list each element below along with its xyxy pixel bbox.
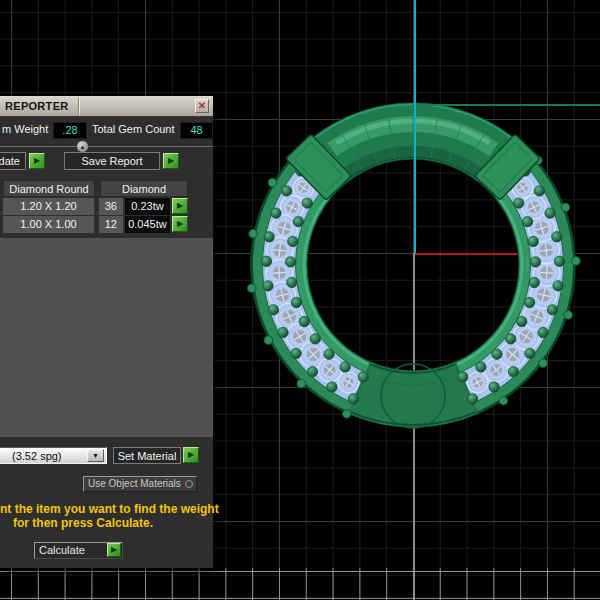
- row-play-icon[interactable]: ▶: [172, 198, 188, 214]
- app-screen: REPORTER ✕ m Weight .28 Total Gem Count …: [0, 0, 600, 600]
- row-play-icon[interactable]: ▶: [172, 216, 188, 232]
- instruction-line-2: for then press Calculate.: [13, 516, 153, 530]
- gem-table-header: Diamond Round Diamond: [3, 180, 188, 197]
- panel-body-section: [0, 238, 213, 437]
- use-object-materials-label: Use Object Materials: [88, 478, 181, 489]
- gem-reporter-panel: REPORTER ✕ m Weight .28 Total Gem Count …: [0, 96, 213, 568]
- titlebar-divider: [78, 98, 79, 115]
- calculate-play-icon[interactable]: ▶: [107, 543, 121, 557]
- table-row[interactable]: 1.00 X 1.00 12 0.045tw ▶: [3, 216, 188, 233]
- gem-size: 1.00 X 1.00: [3, 216, 94, 233]
- gem-count: 36: [99, 198, 123, 215]
- panel-separator: [0, 146, 213, 147]
- radio-icon: [185, 480, 193, 488]
- chevron-down-icon[interactable]: ▼: [87, 449, 104, 462]
- calculate-button[interactable]: Calculate ▶: [34, 542, 123, 559]
- material-dropdown[interactable]: (3.52 spg) ▼: [0, 447, 107, 464]
- header-diamond: Diamond: [100, 180, 188, 197]
- gem-size: 1.20 X 1.20: [3, 198, 94, 215]
- gem-table: Diamond Round Diamond 1.20 X 1.20 36 0.2…: [3, 180, 188, 234]
- construction-line: [413, 104, 600, 106]
- save-report-button[interactable]: Save Report: [64, 152, 160, 170]
- y-axis-line: [414, 0, 416, 253]
- table-row[interactable]: 1.20 X 1.20 36 0.23tw ▶: [3, 198, 188, 215]
- gem-weight-label: m Weight: [2, 123, 48, 135]
- calculate-label: Calculate: [39, 544, 85, 556]
- update-button[interactable]: date: [0, 152, 26, 170]
- total-gem-count-value: 48: [180, 122, 213, 139]
- set-material-button[interactable]: Set Material: [113, 447, 181, 464]
- use-object-materials-button[interactable]: Use Object Materials: [83, 476, 197, 492]
- gem-weight: 0.23tw: [125, 198, 170, 215]
- panel-title: REPORTER: [5, 100, 69, 112]
- set-material-play-icon[interactable]: ▶: [183, 447, 199, 463]
- close-icon[interactable]: ✕: [195, 99, 209, 113]
- material-dropdown-value: (3.52 spg): [12, 449, 62, 463]
- save-report-play-icon[interactable]: ▶: [163, 153, 179, 169]
- instruction-line-1: nt the item you want to find the weight: [0, 502, 219, 516]
- gem-weight-value: .28: [53, 122, 87, 139]
- panel-titlebar[interactable]: REPORTER ✕: [0, 96, 213, 117]
- header-diamond-round: Diamond Round: [3, 180, 95, 197]
- gem-weight: 0.045tw: [125, 216, 170, 233]
- update-play-icon[interactable]: ▶: [29, 153, 45, 169]
- gem-count: 12: [99, 216, 123, 233]
- total-gem-count-label: Total Gem Count: [92, 123, 175, 135]
